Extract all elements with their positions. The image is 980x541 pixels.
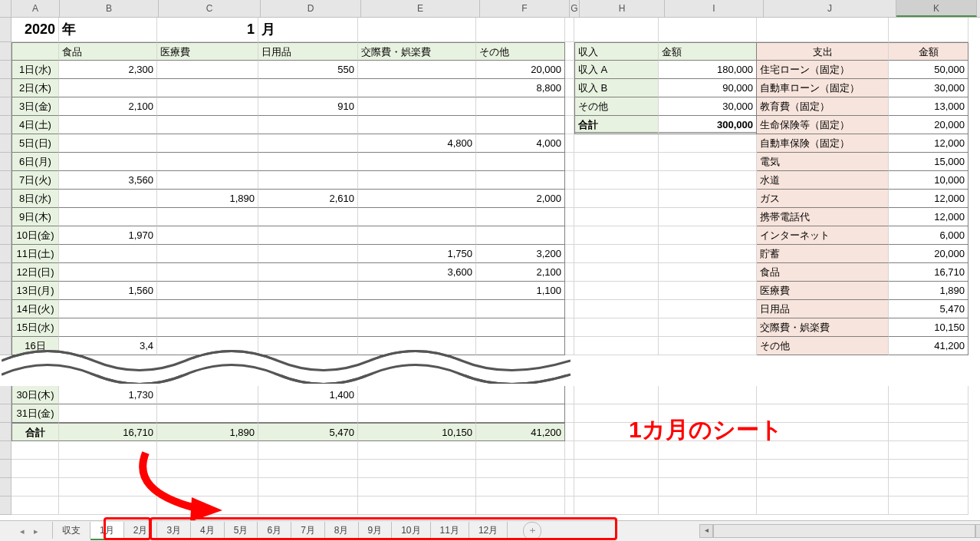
cell-food[interactable]	[59, 208, 157, 226]
blank[interactable]	[574, 478, 659, 496]
sheet-tab-9月[interactable]: 9月	[359, 522, 393, 539]
cell-social[interactable]: 1,750	[358, 245, 476, 263]
blank[interactable]	[574, 386, 659, 404]
hdr-expense[interactable]: 支出	[757, 42, 889, 61]
blank[interactable]	[59, 460, 157, 478]
cell-social[interactable]: 4,800	[358, 134, 476, 153]
blank[interactable]	[476, 460, 565, 478]
blank[interactable]	[565, 441, 574, 460]
cell-medical[interactable]	[157, 263, 258, 282]
cell-medical[interactable]	[157, 116, 258, 134]
col-E[interactable]: E	[361, 0, 480, 17]
day-label[interactable]: 7日(火)	[12, 171, 59, 190]
blank[interactable]	[12, 441, 59, 460]
sheet-tab-5月[interactable]: 5月	[225, 522, 258, 539]
month-cell[interactable]: 1	[157, 18, 258, 42]
blank[interactable]	[659, 460, 757, 478]
blank[interactable]	[659, 208, 757, 226]
cell-other[interactable]	[476, 404, 565, 423]
expense-label[interactable]: 生命保険等（固定）	[757, 116, 889, 134]
blank[interactable]	[574, 263, 659, 282]
hdr-food[interactable]: 食品	[59, 42, 157, 61]
day-label[interactable]: 15日(水)	[12, 318, 59, 337]
cell-daily[interactable]	[258, 318, 358, 337]
cell-medical[interactable]	[157, 245, 258, 263]
blank[interactable]	[258, 441, 358, 460]
cell-social[interactable]	[358, 282, 476, 300]
blank[interactable]	[59, 496, 157, 515]
blank[interactable]	[889, 496, 968, 515]
blank[interactable]	[659, 386, 757, 404]
col-G[interactable]: G	[570, 0, 580, 17]
expense-label[interactable]: インターネット	[757, 226, 889, 245]
blank[interactable]	[12, 496, 59, 515]
cell-other[interactable]: 2,000	[476, 190, 565, 208]
cell-social[interactable]	[358, 226, 476, 245]
hdr-medical[interactable]: 医療費	[157, 42, 258, 61]
scroll-right-icon[interactable]: ▸	[975, 524, 980, 538]
blank[interactable]	[565, 460, 574, 478]
cell-daily[interactable]	[258, 404, 358, 423]
cell-medical[interactable]	[157, 404, 258, 423]
total-other[interactable]: 41,200	[476, 423, 565, 441]
cell-social[interactable]	[358, 318, 476, 337]
cell-daily[interactable]	[258, 153, 358, 171]
gap[interactable]	[565, 79, 574, 97]
cell-food[interactable]	[59, 318, 157, 337]
expense-label[interactable]: 食品	[757, 263, 889, 282]
expense-label[interactable]: 自動車保険（固定）	[757, 134, 889, 153]
blank[interactable]	[574, 337, 659, 355]
gap[interactable]	[565, 171, 574, 190]
blank[interactable]	[358, 496, 476, 515]
cell-food[interactable]	[59, 263, 157, 282]
cell-social[interactable]	[358, 97, 476, 116]
cell-food[interactable]: 3,560	[59, 171, 157, 190]
col-C[interactable]: C	[159, 0, 261, 17]
cell-food[interactable]	[59, 79, 157, 97]
cell-daily[interactable]	[258, 116, 358, 134]
expense-label[interactable]: その他	[757, 337, 889, 355]
blank[interactable]	[358, 460, 476, 478]
day-label[interactable]: 30日(木)	[12, 386, 59, 404]
cell-medical[interactable]	[157, 61, 258, 79]
cell-social[interactable]: 3,600	[358, 263, 476, 282]
blank[interactable]	[659, 318, 757, 337]
expense-label[interactable]: 住宅ローン（固定）	[757, 61, 889, 79]
cell-daily[interactable]	[258, 79, 358, 97]
expense-label[interactable]: 自動車ローン（固定）	[757, 79, 889, 97]
sheet-tab-4月[interactable]: 4月	[191, 522, 225, 539]
cell-medical[interactable]	[157, 386, 258, 404]
cell-food[interactable]: 1,730	[59, 386, 157, 404]
cell-other[interactable]	[476, 116, 565, 134]
col-D[interactable]: D	[261, 0, 361, 17]
blank[interactable]	[157, 478, 258, 496]
cell-daily[interactable]: 550	[258, 61, 358, 79]
cell-daily[interactable]: 910	[258, 97, 358, 116]
blank[interactable]	[157, 496, 258, 515]
blank[interactable]	[476, 496, 565, 515]
expense-val[interactable]: 6,000	[889, 226, 968, 245]
day-label[interactable]: 31日(金)	[12, 404, 59, 423]
cell-other[interactable]: 20,000	[476, 61, 565, 79]
cell-other[interactable]	[476, 300, 565, 318]
total-social[interactable]: 10,150	[358, 423, 476, 441]
total-daily[interactable]: 5,470	[258, 423, 358, 441]
cell-social[interactable]	[358, 61, 476, 79]
gap[interactable]	[565, 423, 574, 441]
blank[interactable]	[659, 496, 757, 515]
blank[interactable]	[659, 18, 757, 42]
tab-nav-prev[interactable]: ▸	[29, 526, 43, 536]
income-label[interactable]: 収入 A	[574, 61, 659, 79]
gap[interactable]	[565, 190, 574, 208]
cell-social[interactable]	[358, 116, 476, 134]
cell-medical[interactable]	[157, 300, 258, 318]
blank[interactable]	[659, 134, 757, 153]
sheet-tab-12月[interactable]: 12月	[469, 522, 508, 539]
cell-other[interactable]: 2,100	[476, 263, 565, 282]
cell-food[interactable]: 1,970	[59, 226, 157, 245]
expense-val[interactable]: 12,000	[889, 208, 968, 226]
total-medical[interactable]: 1,890	[157, 423, 258, 441]
month-unit[interactable]: 月	[258, 18, 358, 42]
day-label[interactable]: 10日(金)	[12, 226, 59, 245]
blank[interactable]	[12, 478, 59, 496]
